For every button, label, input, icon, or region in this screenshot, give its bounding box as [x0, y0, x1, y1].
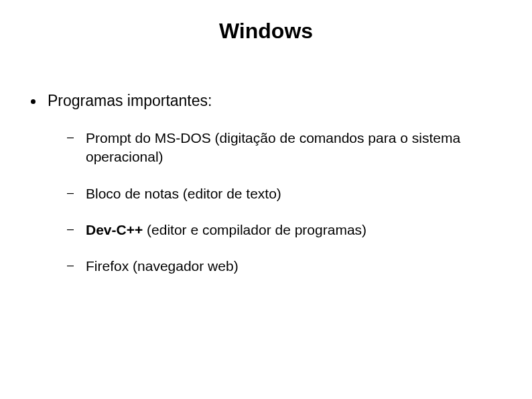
sublist-item-text: Dev-C++ (editor e compilador de programa…: [86, 221, 367, 239]
dash-icon: –: [67, 129, 74, 145]
list-item: Programas importantes:: [31, 92, 505, 110]
list-item-text: Programas importantes:: [48, 92, 212, 110]
sublist: – Prompt do MS-DOS (digitação de comando…: [31, 129, 505, 276]
sublist-item: – Prompt do MS-DOS (digitação de comando…: [67, 129, 505, 167]
dash-icon: –: [67, 221, 74, 237]
sublist-item: – Dev-C++ (editor e compilador de progra…: [67, 221, 505, 239]
sublist-item: – Bloco de notas (editor de texto): [67, 184, 505, 203]
sublist-item: – Firefox (navegador web): [67, 257, 505, 276]
dash-icon: –: [67, 257, 74, 273]
sublist-item-text: Firefox (navegador web): [86, 257, 239, 276]
slide-title: Windows: [0, 0, 532, 44]
bullet-icon: [31, 99, 36, 104]
sublist-item-text: Bloco de notas (editor de texto): [86, 184, 281, 203]
content-area: Programas importantes: – Prompt do MS-DO…: [0, 44, 532, 276]
dash-icon: –: [67, 184, 74, 201]
sublist-item-text: Prompt do MS-DOS (digitação de comandos …: [86, 129, 505, 167]
